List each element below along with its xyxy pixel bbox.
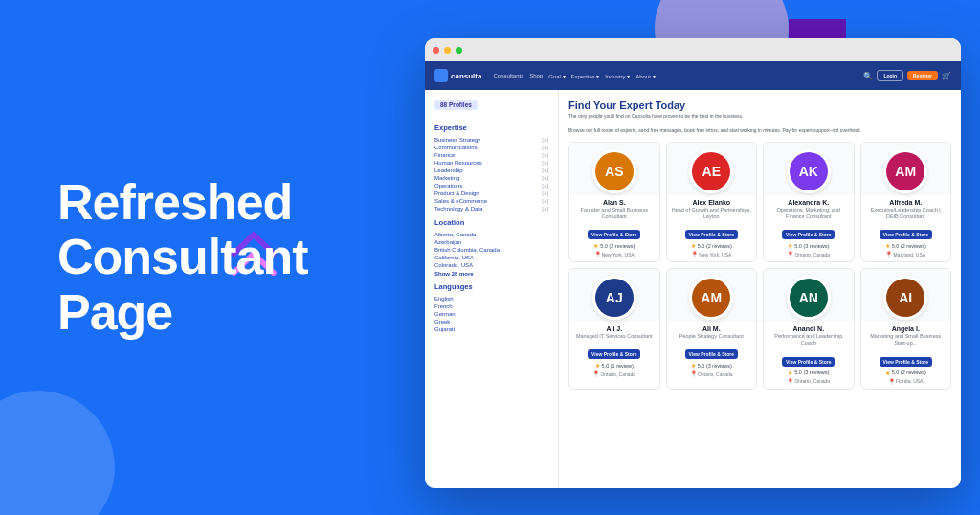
- view-profile-button[interactable]: View Profile & Store: [588, 349, 640, 359]
- consultant-card: AI Angela I. Marketing and Small Busines…: [860, 268, 952, 389]
- consultant-card: AM Ali M. People Strategy Consultant Vie…: [666, 268, 758, 389]
- expertise-section-title: Expertise: [434, 123, 548, 132]
- card-location: 📍 Ontario, Canada: [671, 370, 753, 377]
- view-profile-button[interactable]: View Profile & Store: [588, 230, 640, 239]
- location-filter-item[interactable]: Colorado, USA: [434, 261, 548, 269]
- avatar: AS: [592, 149, 636, 193]
- consultant-name: Anandi N.: [768, 325, 850, 332]
- view-profile-button[interactable]: View Profile & Store: [685, 230, 738, 239]
- location-text: New York, USA: [699, 252, 731, 258]
- search-icon[interactable]: 🔍: [863, 72, 873, 80]
- avatar-initials: AS: [595, 152, 634, 190]
- location-text: New York, USA: [602, 252, 635, 258]
- expertise-filter-item[interactable]: Sales & eCommerce[+]: [434, 197, 548, 205]
- expertise-filter-item[interactable]: Human Resources[+]: [434, 159, 548, 167]
- language-filter-item[interactable]: Greek: [434, 318, 548, 325]
- location-filter-item[interactable]: British Columbia, Canada: [434, 246, 548, 254]
- card-rating: ★ 5.0 (2 reviews): [865, 369, 947, 376]
- rating-value: 5.0 (3 reviews): [794, 369, 829, 375]
- avatar-initials: AM: [886, 152, 924, 190]
- star-icon: ★: [788, 369, 792, 376]
- card-rating: ★ 5.0 (2 reviews): [573, 242, 656, 249]
- consultants-main-area: Find Your Expert Today The only people y…: [559, 90, 961, 488]
- avatar-initials: AJ: [595, 279, 634, 317]
- location-text: Maryland, USA: [893, 252, 925, 258]
- star-icon: ★: [691, 362, 696, 369]
- language-filter-item[interactable]: English: [434, 295, 548, 302]
- language-filter-list: EnglishFrenchGermanGreekGujarati: [434, 295, 548, 333]
- location-filter-item[interactable]: Alberta, Canada: [434, 231, 548, 238]
- consultant-role: Operations, Marketing, and Finance Consu…: [768, 207, 850, 220]
- nav-industry[interactable]: Industry ▾: [605, 73, 630, 79]
- hero-title: Refreshed Consultant Page: [57, 175, 308, 340]
- location-section-title: Location: [434, 218, 548, 227]
- browser-mockup: cansulta Consultants Shop Goal ▾ Experti…: [425, 38, 961, 488]
- page-subtitle-2: Browse our full roster of experts, send …: [568, 127, 951, 134]
- card-body: Alan S. Founder and Small Business Consu…: [569, 195, 659, 261]
- expertise-filter-item[interactable]: Technology & Data[+]: [434, 205, 548, 213]
- cart-icon[interactable]: 🛒: [942, 72, 951, 80]
- show-more-locations[interactable]: Show 28 more: [434, 271, 548, 277]
- consultant-role: Head of Growth and Partnerships, Leyton: [671, 207, 753, 220]
- consultant-card: AE Alex Elanko Head of Growth and Partne…: [666, 142, 758, 262]
- rating-value: 5.0 (2 reviews): [892, 369, 926, 375]
- location-pin-icon: 📍: [888, 378, 895, 385]
- location-pin-icon: 📍: [787, 251, 793, 258]
- avatar: AE: [689, 149, 733, 193]
- nav-links: Consultants Shop Goal ▾ Expertise ▾ Indu…: [493, 73, 655, 79]
- consultant-name: Alfreda M.: [865, 199, 947, 206]
- expertise-filter-item[interactable]: Communications[+]: [434, 144, 548, 151]
- rating-value: 5.0 (2 reviews): [892, 243, 926, 249]
- consultant-name: Alan S.: [573, 199, 656, 206]
- view-profile-button[interactable]: View Profile & Store: [880, 230, 932, 239]
- rating-value: 5.0 (3 reviews): [794, 243, 829, 249]
- view-profile-button[interactable]: View Profile & Store: [782, 230, 835, 239]
- expertise-filter-item[interactable]: Finance[+]: [434, 151, 548, 159]
- consultant-name: Ali M.: [671, 325, 753, 332]
- register-button[interactable]: Register: [907, 71, 938, 80]
- view-profile-button[interactable]: View Profile & Store: [685, 349, 738, 359]
- card-rating: ★ 5.0 (2 reviews): [671, 242, 753, 249]
- page-subtitle-1: The only people you'll find on Cansulta …: [568, 113, 951, 120]
- avatar-initials: AN: [790, 279, 828, 317]
- expertise-filter-item[interactable]: Business Strategy[+]: [434, 136, 548, 144]
- consultant-card: AN Anandi N. Performance and Leadership …: [763, 268, 855, 389]
- login-button[interactable]: Login: [877, 70, 903, 81]
- location-filter-item[interactable]: Azerbaijan: [434, 238, 548, 246]
- consultant-role: Performance and Leadership Coach: [768, 333, 850, 347]
- card-image-area: AE: [667, 143, 757, 195]
- card-location: 📍 Florida, USA: [865, 378, 947, 385]
- star-icon: ★: [595, 362, 600, 369]
- language-filter-item[interactable]: French: [434, 302, 548, 310]
- expertise-filter-item[interactable]: Leadership[+]: [434, 167, 548, 174]
- avatar: AK: [787, 149, 831, 193]
- card-body: Alfreda M. Executive/Leadership Coach | …: [861, 195, 951, 261]
- site-navbar: cansulta Consultants Shop Goal ▾ Experti…: [425, 61, 961, 90]
- expertise-filter-item[interactable]: Operations[+]: [434, 182, 548, 190]
- browser-title-bar: [425, 38, 961, 61]
- location-filter-list: Alberta, CanadaAzerbaijanBritish Columbi…: [434, 231, 548, 269]
- window-close-dot: [433, 47, 439, 54]
- nav-consultants[interactable]: Consultants: [493, 73, 523, 79]
- card-image-area: AK: [764, 143, 854, 195]
- view-profile-button[interactable]: View Profile & Store: [782, 357, 835, 367]
- star-icon: ★: [691, 242, 696, 249]
- location-filter-item[interactable]: California, USA: [434, 254, 548, 261]
- rating-value: 5.0 (2 reviews): [698, 243, 732, 249]
- language-filter-item[interactable]: German: [434, 310, 548, 318]
- nav-shop[interactable]: Shop: [529, 73, 543, 79]
- nav-expertise[interactable]: Expertise ▾: [571, 73, 600, 79]
- card-body: Anandi N. Performance and Leadership Coa…: [764, 322, 854, 388]
- location-text: Ontario, Canada: [600, 371, 635, 377]
- nav-goal[interactable]: Goal ▾: [548, 73, 565, 79]
- expertise-filter-item[interactable]: Marketing[+]: [434, 174, 548, 182]
- card-location: 📍 Ontario, Canada: [768, 251, 850, 258]
- consultant-role: Executive/Leadership Coach | DEIB Consul…: [865, 207, 947, 220]
- view-profile-button[interactable]: View Profile & Store: [880, 357, 932, 367]
- avatar: AM: [689, 276, 733, 320]
- nav-about[interactable]: About ▾: [635, 73, 655, 79]
- language-filter-item[interactable]: Gujarati: [434, 325, 548, 333]
- card-body: Alexandra K. Operations, Marketing, and …: [764, 195, 854, 261]
- avatar-initials: AE: [692, 152, 730, 190]
- expertise-filter-item[interactable]: Product & Design[+]: [434, 190, 548, 197]
